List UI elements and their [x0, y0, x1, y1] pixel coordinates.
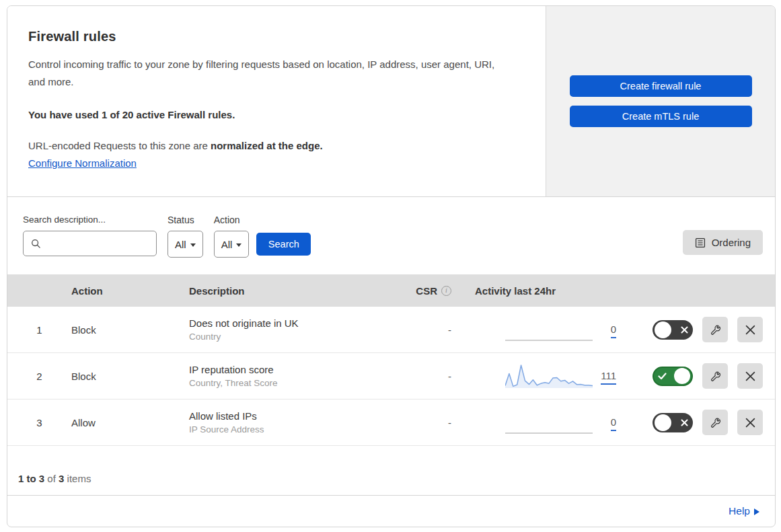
- info-icon[interactable]: i: [441, 286, 451, 296]
- wrench-icon: [710, 324, 721, 336]
- list-icon: [695, 237, 706, 248]
- ordering-button-label: Ordering: [712, 237, 751, 248]
- items-of: of: [44, 473, 59, 484]
- column-csr: CSR i: [411, 285, 451, 297]
- wrench-icon: [710, 371, 721, 382]
- status-filter-dropdown[interactable]: All: [168, 231, 203, 258]
- table-header: Action Description CSR i Activity last 2…: [7, 274, 775, 307]
- rule-action: Block: [71, 371, 189, 382]
- page-description: Control incoming traffic to your zone by…: [28, 56, 503, 91]
- column-csr-label: CSR: [416, 285, 437, 297]
- normalization-note-bold: normalized at the edge.: [211, 140, 323, 151]
- edit-rule-button[interactable]: [702, 363, 728, 389]
- table-body: 1 Block Does not originate in UK Country…: [7, 307, 775, 446]
- normalization-note-text: URL-encoded Requests to this zone are: [28, 140, 211, 151]
- rule-enabled-toggle[interactable]: [653, 413, 693, 432]
- action-filter-label: Action: [214, 215, 250, 225]
- chevron-down-icon: [236, 243, 241, 247]
- normalization-note: URL-encoded Requests to this zone are no…: [28, 140, 519, 151]
- x-icon: [677, 326, 691, 334]
- search-button[interactable]: Search: [256, 233, 311, 256]
- rule-description: Allow listed IPs: [189, 410, 411, 422]
- header-section: Firewall rules Control incoming traffic …: [7, 6, 775, 197]
- rule-description: IP reputation score: [189, 364, 411, 375]
- wrench-icon: [710, 417, 721, 428]
- activity-sparkline: [505, 409, 593, 436]
- delete-rule-button[interactable]: [737, 363, 763, 389]
- rule-action: Block: [71, 324, 189, 336]
- help-bar: Help: [7, 495, 775, 527]
- activity-count-link[interactable]: 0: [611, 324, 616, 338]
- rule-priority: 2: [7, 371, 71, 382]
- header-text-panel: Firewall rules Control incoming traffic …: [7, 6, 546, 196]
- action-filter-dropdown[interactable]: All: [214, 231, 250, 258]
- help-link-label: Help: [729, 505, 750, 517]
- action-filter-value: All: [221, 239, 233, 250]
- column-action: Action: [71, 285, 189, 297]
- activity-sparkline: [505, 363, 593, 389]
- search-label: Search description...: [23, 215, 157, 225]
- rule-description: Does not originate in UK: [189, 317, 411, 329]
- help-link[interactable]: Help: [729, 505, 759, 517]
- rule-priority: 3: [7, 417, 71, 428]
- status-filter-value: All: [175, 239, 186, 250]
- toggle-knob: [674, 368, 690, 384]
- toggle-knob: [655, 321, 671, 338]
- activity-sparkline: [505, 316, 593, 343]
- edit-rule-button[interactable]: [702, 410, 728, 435]
- chevron-down-icon: [190, 243, 196, 247]
- edit-rule-button[interactable]: [702, 317, 728, 342]
- column-activity: Activity last 24hr: [451, 285, 616, 297]
- create-mtls-rule-button[interactable]: Create mTLS rule: [570, 106, 752, 127]
- rule-csr-value: -: [411, 371, 451, 382]
- pagination-summary: 1 to 3 of 3 items: [7, 446, 775, 494]
- table-row: 1 Block Does not originate in UK Country…: [7, 307, 775, 353]
- delete-rule-button[interactable]: [737, 410, 763, 435]
- toggle-knob: [655, 414, 671, 431]
- rule-priority: 1: [7, 324, 71, 336]
- close-icon: [745, 325, 755, 335]
- close-icon: [745, 418, 755, 428]
- items-word: items: [64, 473, 91, 484]
- column-description: Description: [189, 285, 411, 297]
- rule-csr-value: -: [411, 324, 451, 336]
- close-icon: [745, 371, 755, 381]
- activity-count-link[interactable]: 111: [601, 370, 616, 385]
- ordering-button[interactable]: Ordering: [683, 230, 763, 255]
- configure-normalization-link[interactable]: Configure Normalization: [28, 157, 137, 169]
- x-icon: [677, 419, 691, 426]
- items-range: 1 to 3: [18, 473, 44, 484]
- rule-enabled-toggle[interactable]: [653, 367, 693, 386]
- rule-criteria: Country, Threat Score: [189, 378, 411, 388]
- page-title: Firewall rules: [28, 29, 519, 44]
- table-row: 3 Allow Allow listed IPs IP Source Addre…: [7, 400, 775, 446]
- arrow-right-icon: [754, 508, 759, 515]
- rule-action: Allow: [71, 417, 189, 428]
- filter-bar: Search description... Status All Action …: [7, 197, 775, 274]
- activity-count-link[interactable]: 0: [611, 416, 616, 431]
- search-input-box[interactable]: [23, 231, 157, 256]
- firewall-rules-card: Firewall rules Control incoming traffic …: [7, 5, 776, 527]
- search-description-input[interactable]: [46, 231, 171, 256]
- search-icon: [31, 239, 41, 249]
- check-icon: [655, 373, 669, 380]
- rule-criteria: Country: [189, 332, 411, 342]
- create-firewall-rule-button[interactable]: Create firewall rule: [570, 75, 752, 97]
- rule-enabled-toggle[interactable]: [653, 320, 693, 340]
- rule-csr-value: -: [411, 417, 451, 428]
- table-row: 2 Block IP reputation score Country, Thr…: [7, 353, 775, 400]
- status-filter-label: Status: [168, 215, 203, 225]
- delete-rule-button[interactable]: [737, 317, 763, 342]
- usage-summary: You have used 1 of 20 active Firewall ru…: [28, 109, 519, 120]
- actions-panel: Create firewall rule Create mTLS rule: [546, 6, 775, 196]
- rule-criteria: IP Source Address: [189, 424, 411, 434]
